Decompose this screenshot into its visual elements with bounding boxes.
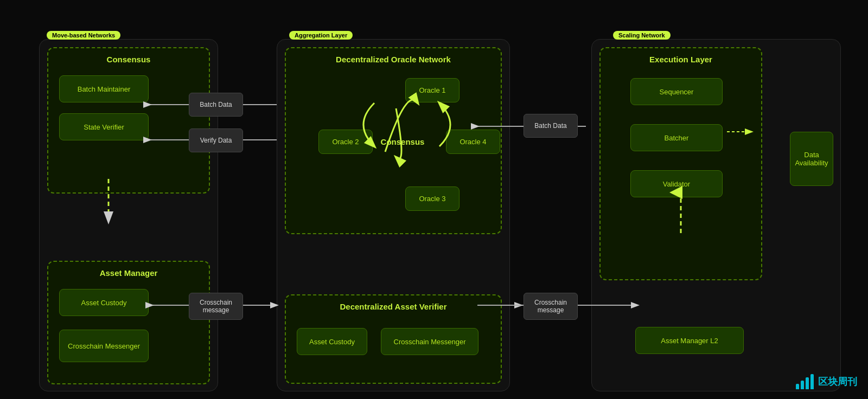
scaling-network-label: Scaling Network — [613, 31, 671, 40]
crosschain-messenger-box-mid: Crosschain Messenger — [381, 328, 478, 355]
asset-manager-title: Asset Manager — [48, 268, 209, 278]
crosschain-pill-left: Crosschain message — [189, 293, 243, 320]
batch-maintainer-box: Batch Maintainer — [59, 75, 149, 102]
state-verifier-box: State Verifier — [59, 113, 149, 140]
execution-layer-panel: Execution Layer Sequencer Batcher Valida… — [599, 47, 762, 280]
sequencer-box: Sequencer — [630, 78, 723, 105]
move-network-label: Move-based Networks — [47, 31, 120, 40]
asset-manager-l2-box: Asset Manager L2 — [635, 327, 744, 354]
verify-data-pill: Verify Data — [189, 128, 243, 152]
data-availability-box: Data Availability — [790, 132, 833, 186]
asset-manager-panel: Asset Manager Asset Custody Crosschain M… — [47, 261, 210, 384]
aggregation-layer-label: Aggregation Layer — [289, 31, 353, 40]
oracle-network-panel: Decentralized Oracle Network Oracle 1 Or… — [285, 47, 502, 234]
diagram-container: Move-based Networks Aggregation Layer Sc… — [0, 0, 868, 399]
asset-verifier-panel: Decentralized Asset Verifier Asset Custo… — [285, 294, 502, 384]
oracle-network-title: Decentralized Oracle Network — [286, 55, 501, 64]
watermark-bars-icon — [796, 374, 814, 389]
batcher-box: Batcher — [630, 124, 723, 151]
left-main-panel: Consensus Batch Maintainer State Verifie… — [39, 39, 218, 391]
oracle-consensus-label: Consensus — [373, 128, 432, 155]
asset-custody-box-mid: Asset Custody — [297, 328, 367, 355]
watermark-text: 区块周刊 — [818, 375, 857, 388]
watermark: 区块周刊 — [796, 374, 857, 389]
oracle4-box: Oracle 4 — [446, 130, 500, 154]
batch-data-pill-right: Batch Data — [524, 114, 578, 138]
asset-verifier-title: Decentralized Asset Verifier — [286, 302, 501, 311]
consensus-panel: Consensus Batch Maintainer State Verifie… — [47, 47, 210, 194]
asset-custody-box-left: Asset Custody — [59, 289, 149, 316]
oracle3-box: Oracle 3 — [405, 186, 459, 211]
right-main-panel: Execution Layer Sequencer Batcher Valida… — [591, 39, 841, 391]
batch-data-pill-left: Batch Data — [189, 93, 243, 117]
execution-layer-title: Execution Layer — [601, 55, 761, 64]
oracle2-box: Oracle 2 — [318, 130, 373, 154]
crosschain-messenger-box-left: Crosschain Messenger — [59, 330, 149, 362]
crosschain-pill-right: Crosschain message — [524, 293, 578, 320]
consensus-title: Consensus — [48, 55, 209, 64]
validator-box: Validator — [630, 170, 723, 197]
oracle1-box: Oracle 1 — [405, 78, 459, 102]
middle-main-panel: Decentralized Oracle Network Oracle 1 Or… — [277, 39, 510, 391]
